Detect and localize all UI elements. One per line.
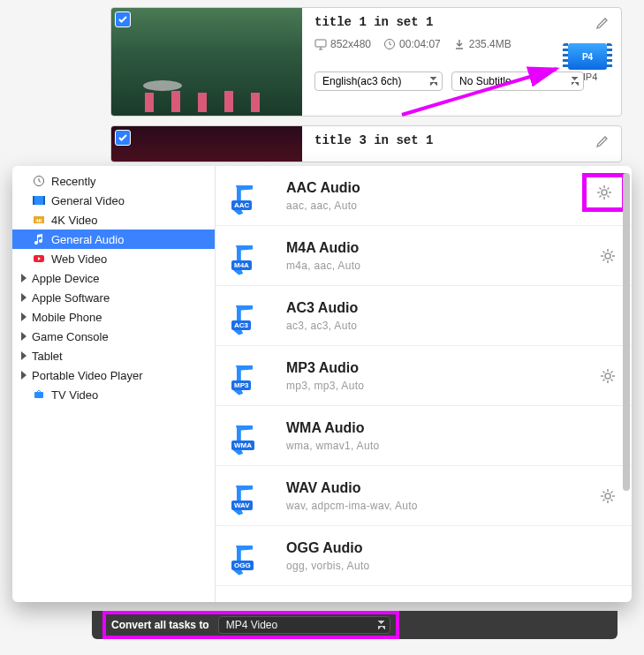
gear-icon [596,184,612,200]
duration-value: 00:04:07 [399,38,441,50]
edit-title-button[interactable] [591,130,614,153]
format-sub: wma, wmav1, Auto [286,440,380,452]
thumbnail-art [118,80,295,116]
sidebar-item-game-console[interactable]: Game Console [12,327,215,346]
music-note-icon [32,232,46,246]
task-checkbox[interactable] [115,130,131,146]
format-sub: wav, adpcm-ima-wav, Auto [286,500,418,512]
format-category-sidebar: Recently General Video 4K 4K Video Gener… [12,166,216,602]
audio-format-icon: WMA [231,417,270,455]
svg-line-23 [608,196,610,198]
format-title: AC3 Audio [286,300,358,316]
format-settings-button[interactable] [598,366,617,386]
sidebar-item-label: Portable Video Player [32,369,143,382]
video-thumbnail[interactable] [111,8,302,116]
format-title: WAV Audio [286,480,418,496]
audio-track-select[interactable]: English(ac3 6ch) [314,72,443,91]
svg-line-43 [611,371,613,373]
pencil-icon [595,16,610,30]
resolution-value: 852x480 [330,38,371,50]
clock-icon [32,174,46,188]
task-title: title 1 in set 1 [314,15,609,29]
clock-icon [383,38,396,50]
format-sub: aac, aac, Auto [286,200,360,212]
svg-rect-11 [33,196,34,205]
svg-rect-3 [198,93,207,112]
svg-line-34 [611,251,613,252]
sidebar-item-label: General Video [51,194,125,207]
annotation-highlight-box [582,173,626,212]
monitor-icon [314,38,327,50]
video-thumbnail[interactable] [111,126,302,162]
download-icon [453,38,466,50]
format-sub: ac3, ac3, Auto [286,320,358,332]
resolution-field: 852x480 [314,38,371,50]
task-title: title 3 in set 1 [314,133,609,147]
film-icon: P4 [568,43,607,70]
svg-line-50 [611,499,613,501]
sidebar-item-label: 4K Video [51,214,98,227]
audio-format-icon: MP3 [231,357,270,395]
svg-line-42 [603,379,605,380]
format-title: M4A Audio [286,240,360,256]
format-sub: mp3, mp3, Auto [286,380,364,392]
sidebar-item-mobile-phone[interactable]: Mobile Phone [12,307,215,327]
subtitle-select[interactable]: No Subtitle [451,72,584,91]
format-title: WMA Audio [286,420,380,436]
sidebar-item-general-video[interactable]: General Video [12,191,215,210]
format-settings-button[interactable] [598,486,617,506]
sidebar-item-label: Apple Software [32,291,110,305]
format-list[interactable]: AAC AAC Audio aac, aac, Auto M4A M4A Aud… [216,166,632,602]
svg-rect-16 [34,392,43,398]
sidebar-item-recently[interactable]: Recently [12,171,215,191]
audio-format-icon: M4A [231,237,270,275]
format-settings-button[interactable] [595,183,614,202]
annotation-highlight-box: Convert all tasks to MP4 Video [102,611,399,639]
format-sub: m4a, aac, Auto [286,260,360,272]
convert-all-format-select[interactable]: MP4 Video [218,616,390,634]
sidebar-item-web-video[interactable]: Web Video [12,249,215,268]
svg-line-33 [603,259,605,260]
task-body: title 1 in set 1 852x480 00:04:07 235.4M… [302,8,621,116]
svg-point-44 [605,493,610,499]
svg-line-22 [600,188,602,190]
svg-line-41 [611,379,613,380]
convert-all-label: Convert all tasks to [111,619,209,631]
svg-line-52 [611,491,613,493]
svg-point-26 [605,253,610,259]
sidebar-item-label: Apple Device [32,272,100,285]
audio-format-icon: WAV [231,477,270,516]
svg-line-25 [608,188,610,190]
svg-line-49 [603,491,605,493]
format-row-ogg[interactable]: OGG OGG Audioogg, vorbis, Auto [216,526,632,586]
format-row-aac[interactable]: AAC AAC Audio aac, aac, Auto [216,166,632,226]
tv-icon [32,388,46,402]
task-card[interactable]: title 3 in set 1 [110,125,622,162]
sidebar-item-portable-video-player[interactable]: Portable Video Player [12,365,215,385]
format-row-ac3[interactable]: AC3 AC3 Audioac3, ac3, Auto [216,286,632,346]
4k-icon: 4K [32,213,46,227]
sidebar-item-tablet[interactable]: Tablet [12,346,215,365]
audio-format-icon: AAC [231,177,270,215]
scrollbar[interactable] [623,173,630,491]
format-row-wma[interactable]: WMA WMA Audiowma, wmav1, Auto [216,406,632,466]
audio-format-icon: OGG [231,537,270,576]
sidebar-item-apple-device[interactable]: Apple Device [12,268,215,288]
film-icon [32,193,46,207]
task-checkbox[interactable] [115,11,131,27]
format-row-mp3[interactable]: MP3 MP3 Audiomp3, mp3, Auto [216,346,632,406]
sidebar-item-apple-software[interactable]: Apple Software [12,288,215,307]
sidebar-item-tv-video[interactable]: TV Video [12,385,215,404]
task-card[interactable]: title 1 in set 1 852x480 00:04:07 235.4M… [110,7,622,117]
task-list: title 1 in set 1 852x480 00:04:07 235.4M… [110,7,622,162]
sidebar-item-4k-video[interactable]: 4K 4K Video [12,210,215,230]
gear-icon [600,488,616,504]
svg-rect-1 [145,93,154,112]
sidebar-item-label: General Audio [51,233,124,246]
format-row-m4a[interactable]: M4A M4A Audiom4a, aac, Auto [216,226,632,286]
sidebar-item-general-audio[interactable]: General Audio [12,230,215,249]
format-settings-button[interactable] [598,246,617,266]
edit-title-button[interactable] [591,11,614,34]
svg-rect-5 [251,93,260,112]
format-row-wav[interactable]: WAV WAV Audiowav, adpcm-ima-wav, Auto [216,466,632,526]
